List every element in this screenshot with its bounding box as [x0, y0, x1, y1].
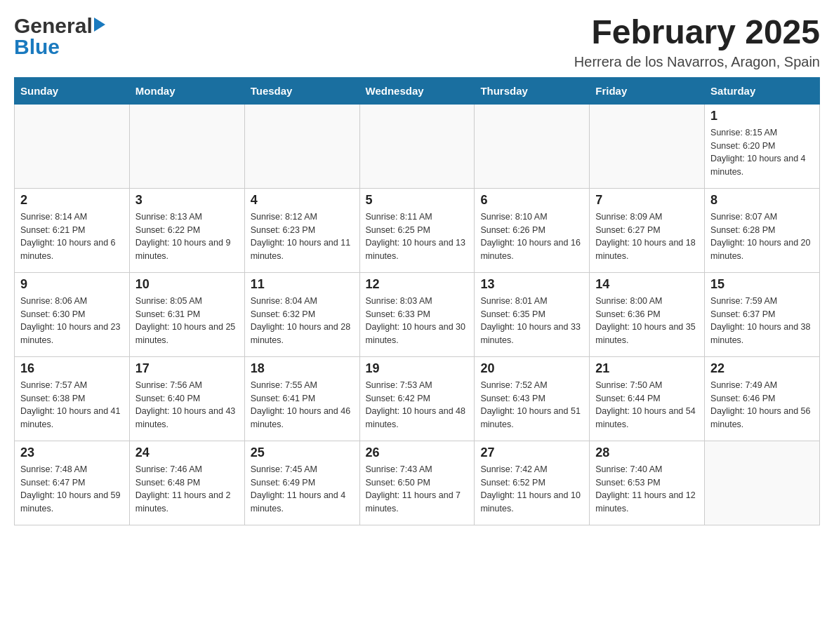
day-cell: [705, 441, 820, 525]
day-info: Sunrise: 7:57 AMSunset: 6:38 PMDaylight:…: [20, 379, 124, 431]
day-cell: [244, 104, 359, 188]
day-info: Sunrise: 8:01 AMSunset: 6:35 PMDaylight:…: [480, 295, 583, 347]
weekday-header-row: SundayMondayTuesdayWednesdayThursdayFrid…: [15, 77, 820, 104]
day-info: Sunrise: 8:11 AMSunset: 6:25 PMDaylight:…: [366, 210, 469, 263]
day-cell: 16Sunrise: 7:57 AMSunset: 6:38 PMDayligh…: [15, 356, 130, 441]
day-cell: 17Sunrise: 7:56 AMSunset: 6:40 PMDayligh…: [129, 356, 244, 441]
day-cell: 25Sunrise: 7:45 AMSunset: 6:49 PMDayligh…: [244, 441, 359, 525]
day-number: 26: [366, 445, 469, 460]
weekday-header-wednesday: Wednesday: [359, 77, 475, 104]
day-cell: 9Sunrise: 8:06 AMSunset: 6:30 PMDaylight…: [15, 272, 130, 356]
day-cell: 8Sunrise: 8:07 AMSunset: 6:28 PMDaylight…: [705, 188, 820, 272]
day-number: 27: [480, 445, 583, 460]
day-number: 19: [366, 361, 469, 376]
day-cell: 22Sunrise: 7:49 AMSunset: 6:46 PMDayligh…: [705, 356, 820, 441]
day-info: Sunrise: 7:46 AMSunset: 6:48 PMDaylight:…: [135, 463, 239, 516]
day-cell: 15Sunrise: 7:59 AMSunset: 6:37 PMDayligh…: [705, 272, 820, 356]
day-number: 28: [595, 445, 699, 460]
day-cell: 6Sunrise: 8:10 AMSunset: 6:26 PMDaylight…: [475, 188, 590, 272]
day-cell: [359, 104, 475, 188]
day-info: Sunrise: 7:40 AMSunset: 6:53 PMDaylight:…: [595, 463, 699, 516]
day-cell: 27Sunrise: 7:42 AMSunset: 6:52 PMDayligh…: [475, 441, 590, 525]
day-info: Sunrise: 8:14 AMSunset: 6:21 PMDaylight:…: [20, 210, 124, 263]
day-cell: 24Sunrise: 7:46 AMSunset: 6:48 PMDayligh…: [129, 441, 244, 525]
day-cell: 11Sunrise: 8:04 AMSunset: 6:32 PMDayligh…: [244, 272, 359, 356]
week-row-1: 1Sunrise: 8:15 AMSunset: 6:20 PMDaylight…: [15, 104, 820, 188]
week-row-2: 2Sunrise: 8:14 AMSunset: 6:21 PMDaylight…: [15, 188, 820, 272]
day-info: Sunrise: 7:48 AMSunset: 6:47 PMDaylight:…: [20, 463, 124, 516]
location-title: Herrera de los Navarros, Aragon, Spain: [574, 54, 820, 70]
weekday-header-saturday: Saturday: [705, 77, 820, 104]
day-info: Sunrise: 7:43 AMSunset: 6:50 PMDaylight:…: [366, 463, 469, 516]
weekday-header-monday: Monday: [129, 77, 244, 104]
day-cell: 23Sunrise: 7:48 AMSunset: 6:47 PMDayligh…: [15, 441, 130, 525]
weekday-header-sunday: Sunday: [15, 77, 130, 104]
day-cell: 28Sunrise: 7:40 AMSunset: 6:53 PMDayligh…: [590, 441, 705, 525]
day-number: 11: [251, 277, 354, 292]
day-number: 18: [251, 361, 354, 376]
week-row-4: 16Sunrise: 7:57 AMSunset: 6:38 PMDayligh…: [15, 356, 820, 441]
day-number: 9: [20, 277, 124, 292]
day-number: 24: [135, 445, 239, 460]
day-info: Sunrise: 7:45 AMSunset: 6:49 PMDaylight:…: [251, 463, 354, 516]
day-cell: 26Sunrise: 7:43 AMSunset: 6:50 PMDayligh…: [359, 441, 475, 525]
day-number: 23: [20, 445, 124, 460]
day-number: 15: [710, 277, 814, 292]
logo-blue-text: Blue: [14, 35, 60, 59]
day-cell: [129, 104, 244, 188]
day-info: Sunrise: 8:15 AMSunset: 6:20 PMDaylight:…: [710, 126, 814, 179]
weekday-header-tuesday: Tuesday: [244, 77, 359, 104]
logo-arrow-icon: [94, 18, 105, 32]
day-number: 1: [710, 109, 814, 123]
day-cell: 5Sunrise: 8:11 AMSunset: 6:25 PMDaylight…: [359, 188, 475, 272]
day-number: 20: [480, 361, 583, 376]
day-number: 16: [20, 361, 124, 376]
logo: General Blue: [14, 14, 105, 59]
page-header: General Blue February 2025 Herrera de lo…: [14, 14, 820, 70]
day-info: Sunrise: 7:55 AMSunset: 6:41 PMDaylight:…: [251, 379, 354, 431]
day-info: Sunrise: 7:53 AMSunset: 6:42 PMDaylight:…: [366, 379, 469, 431]
day-number: 25: [251, 445, 354, 460]
day-cell: 10Sunrise: 8:05 AMSunset: 6:31 PMDayligh…: [129, 272, 244, 356]
day-cell: 3Sunrise: 8:13 AMSunset: 6:22 PMDaylight…: [129, 188, 244, 272]
day-info: Sunrise: 8:03 AMSunset: 6:33 PMDaylight:…: [366, 295, 469, 347]
day-cell: 20Sunrise: 7:52 AMSunset: 6:43 PMDayligh…: [475, 356, 590, 441]
day-number: 8: [710, 193, 814, 208]
day-info: Sunrise: 8:00 AMSunset: 6:36 PMDaylight:…: [595, 295, 699, 347]
day-cell: 1Sunrise: 8:15 AMSunset: 6:20 PMDaylight…: [705, 104, 820, 188]
title-area: February 2025 Herrera de los Navarros, A…: [574, 14, 820, 70]
day-number: 17: [135, 361, 239, 376]
day-info: Sunrise: 8:05 AMSunset: 6:31 PMDaylight:…: [135, 295, 239, 347]
day-info: Sunrise: 7:50 AMSunset: 6:44 PMDaylight:…: [595, 379, 699, 431]
logo-general-text: General: [14, 14, 93, 38]
day-cell: 14Sunrise: 8:00 AMSunset: 6:36 PMDayligh…: [590, 272, 705, 356]
day-info: Sunrise: 8:06 AMSunset: 6:30 PMDaylight:…: [20, 295, 124, 347]
day-cell: 2Sunrise: 8:14 AMSunset: 6:21 PMDaylight…: [15, 188, 130, 272]
day-number: 3: [135, 193, 239, 208]
day-number: 5: [366, 193, 469, 208]
day-number: 6: [480, 193, 583, 208]
week-row-3: 9Sunrise: 8:06 AMSunset: 6:30 PMDaylight…: [15, 272, 820, 356]
day-cell: 18Sunrise: 7:55 AMSunset: 6:41 PMDayligh…: [244, 356, 359, 441]
month-title: February 2025: [574, 14, 820, 51]
day-cell: 21Sunrise: 7:50 AMSunset: 6:44 PMDayligh…: [590, 356, 705, 441]
day-number: 12: [366, 277, 469, 292]
day-cell: 12Sunrise: 8:03 AMSunset: 6:33 PMDayligh…: [359, 272, 475, 356]
day-info: Sunrise: 7:56 AMSunset: 6:40 PMDaylight:…: [135, 379, 239, 431]
day-number: 2: [20, 193, 124, 208]
day-info: Sunrise: 7:59 AMSunset: 6:37 PMDaylight:…: [710, 295, 814, 347]
day-info: Sunrise: 8:10 AMSunset: 6:26 PMDaylight:…: [480, 210, 583, 263]
day-number: 10: [135, 277, 239, 292]
day-cell: [590, 104, 705, 188]
day-cell: [15, 104, 130, 188]
day-info: Sunrise: 8:04 AMSunset: 6:32 PMDaylight:…: [251, 295, 354, 347]
day-number: 7: [595, 193, 699, 208]
day-info: Sunrise: 7:49 AMSunset: 6:46 PMDaylight:…: [710, 379, 814, 431]
day-cell: [475, 104, 590, 188]
day-number: 13: [480, 277, 583, 292]
day-cell: 13Sunrise: 8:01 AMSunset: 6:35 PMDayligh…: [475, 272, 590, 356]
day-info: Sunrise: 8:12 AMSunset: 6:23 PMDaylight:…: [251, 210, 354, 263]
day-cell: 19Sunrise: 7:53 AMSunset: 6:42 PMDayligh…: [359, 356, 475, 441]
day-cell: 7Sunrise: 8:09 AMSunset: 6:27 PMDaylight…: [590, 188, 705, 272]
day-number: 21: [595, 361, 699, 376]
